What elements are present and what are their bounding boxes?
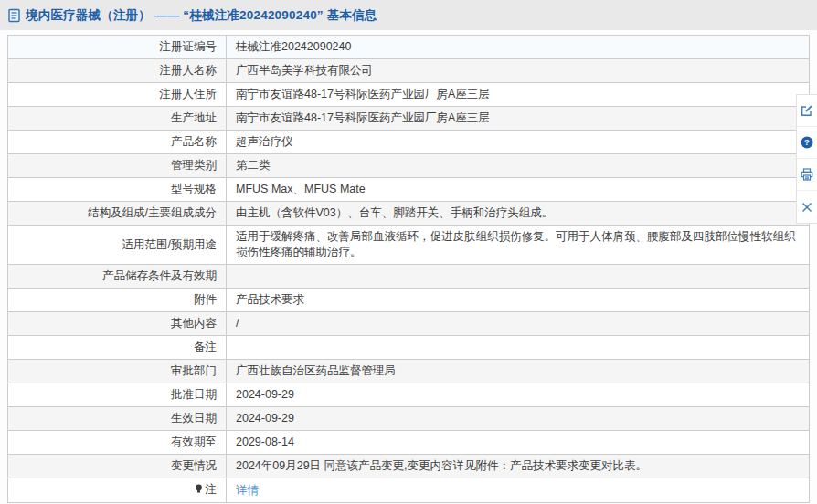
row-label: 结构及组成/主要组成成分 <box>88 206 217 219</box>
row-value-cell: 广西壮族自治区药品监督管理局 <box>227 360 810 383</box>
row-label-cell: 注册人住所 <box>8 83 227 107</box>
toolbar-button-edit[interactable] <box>797 95 817 127</box>
row-label-cell: 管理类别 <box>8 154 227 178</box>
row-label: 生产地址 <box>171 111 217 124</box>
table-row: 注册人住所 南宁市友谊路48-17号科际医药产业园厂房A座三层 <box>8 83 810 107</box>
table-row: 适用范围/预期用途 适用于缓解疼痛、改善局部血液循环，促进皮肤组织损伤修复。可用… <box>8 226 810 265</box>
row-value: 由主机（含软件V03）、台车、脚踏开关、手柄和治疗头组成。 <box>236 206 553 219</box>
row-value: 桂械注准20242090240 <box>236 40 351 53</box>
table-row: 备注 <box>8 336 810 360</box>
row-label-cell: 产品名称 <box>8 131 227 154</box>
table-row: 注册证编号 桂械注准20242090240 <box>8 36 810 59</box>
print-icon <box>801 168 813 181</box>
row-value-cell: 南宁市友谊路48-17号科际医药产业园厂房A座三层 <box>227 107 810 131</box>
row-value-cell: 2029-08-14 <box>227 431 810 455</box>
details-link[interactable]: 详情 <box>236 484 259 497</box>
row-value: 2024-09-29 <box>236 412 294 425</box>
side-toolbar: ? <box>796 94 817 224</box>
row-label-cell: 生产地址 <box>8 107 227 131</box>
row-label-cell: 产品储存条件及有效期 <box>8 265 227 289</box>
registration-info-table: 注册证编号 桂械注准20242090240 注册人名称 广西半岛美学科技有限公司… <box>7 35 810 503</box>
table-row: 注 详情 <box>8 478 810 503</box>
row-label-cell: 型号规格 <box>8 178 227 202</box>
row-value-cell: 2024年09月29日 同意该产品变更,变更内容详见附件：产品技术要求变更对比表… <box>227 455 810 478</box>
table-row: 管理类别 第二类 <box>8 154 810 178</box>
bulb-icon <box>195 483 203 499</box>
row-value-cell: 第二类 <box>227 154 810 178</box>
row-value: 南宁市友谊路48-17号科际医药产业园厂房A座三层 <box>236 111 490 124</box>
close-icon <box>801 202 812 213</box>
row-value: MFUS Max、MFUS Mate <box>236 183 366 195</box>
row-value-cell: 2024-09-29 <box>227 407 810 431</box>
row-label-cell: 批准日期 <box>8 383 227 407</box>
row-label: 批准日期 <box>171 388 217 401</box>
table-row: 有效期至 2029-08-14 <box>8 431 810 455</box>
row-value-cell: 超声治疗仪 <box>227 131 810 154</box>
row-label-cell: 生效日期 <box>8 407 227 431</box>
row-label: 型号规格 <box>171 183 217 195</box>
row-value-cell: 适用于缓解疼痛、改善局部血液循环，促进皮肤组织损伤修复。可用于人体肩颈、腰腹部及… <box>227 226 810 265</box>
row-label: 备注 <box>194 341 217 353</box>
table-row: 审批部门 广西壮族自治区药品监督管理局 <box>8 360 810 383</box>
row-value: 第二类 <box>236 159 271 172</box>
row-value: 南宁市友谊路48-17号科际医药产业园厂房A座三层 <box>236 88 490 100</box>
toolbar-button-help[interactable]: ? <box>797 127 817 159</box>
table-row: 结构及组成/主要组成成分 由主机（含软件V03）、台车、脚踏开关、手柄和治疗头组… <box>8 202 810 226</box>
row-value: 超声治疗仪 <box>236 135 293 148</box>
table-row: 注册人名称 广西半岛美学科技有限公司 <box>8 59 810 83</box>
table-row: 附件 产品技术要求 <box>8 289 810 312</box>
toolbar-button-close[interactable] <box>797 191 817 223</box>
page-title: 境内医疗器械（注册） —— “桂械注准20242090240” 基本信息 <box>26 7 377 24</box>
row-label-cell: 备注 <box>8 336 227 360</box>
row-value-cell: 产品技术要求 <box>227 289 810 312</box>
row-label: 注 <box>206 483 218 496</box>
row-value-cell: 2024-09-29 <box>227 383 810 407</box>
row-label-cell: 附件 <box>8 289 227 312</box>
edit-icon <box>801 104 813 117</box>
row-label-cell: 审批部门 <box>8 360 227 383</box>
row-label: 产品名称 <box>171 135 217 148</box>
row-value: / <box>236 317 239 330</box>
row-value-cell: 广西半岛美学科技有限公司 <box>227 59 810 83</box>
row-label: 附件 <box>194 293 217 306</box>
row-label: 注册人住所 <box>160 88 218 100</box>
row-label: 产品储存条件及有效期 <box>102 269 217 282</box>
row-label: 其他内容 <box>171 317 217 330</box>
table-row: 产品名称 超声治疗仪 <box>8 131 810 154</box>
row-value: 产品技术要求 <box>236 293 304 306</box>
row-label-cell: 变更情况 <box>8 455 227 478</box>
row-label-cell: 结构及组成/主要组成成分 <box>8 202 227 226</box>
row-label-cell: 其他内容 <box>8 312 227 336</box>
row-label: 变更情况 <box>171 459 217 472</box>
document-icon <box>7 8 21 23</box>
table-row: 生效日期 2024-09-29 <box>8 407 810 431</box>
row-value-cell: 详情 <box>227 478 810 503</box>
toolbar-button-print[interactable] <box>797 159 817 191</box>
table-row: 生产地址 南宁市友谊路48-17号科际医药产业园厂房A座三层 <box>8 107 810 131</box>
row-value: 广西半岛美学科技有限公司 <box>236 64 373 77</box>
table-row: 型号规格 MFUS Max、MFUS Mate <box>8 178 810 202</box>
row-label: 注册证编号 <box>160 40 218 53</box>
row-value: 适用于缓解疼痛、改善局部血液循环，促进皮肤组织损伤修复。可用于人体肩颈、腰腹部及… <box>236 230 796 258</box>
row-label: 生效日期 <box>171 412 217 425</box>
page-header: 境内医疗器械（注册） —— “桂械注准20242090240” 基本信息 <box>0 0 817 30</box>
row-label-cell: 有效期至 <box>8 431 227 455</box>
row-value-cell <box>227 265 810 289</box>
row-label: 注册人名称 <box>160 64 218 77</box>
table-row: 批准日期 2024-09-29 <box>8 383 810 407</box>
row-label: 审批部门 <box>171 364 217 377</box>
row-label-cell: 注 <box>8 478 227 503</box>
row-value: 2029-08-14 <box>236 436 294 448</box>
row-label: 有效期至 <box>171 436 217 448</box>
row-label: 适用范围/预期用途 <box>122 238 217 251</box>
row-value-cell: 由主机（含软件V03）、台车、脚踏开关、手柄和治疗头组成。 <box>227 202 810 226</box>
row-label-cell: 适用范围/预期用途 <box>8 226 227 265</box>
row-value-cell: MFUS Max、MFUS Mate <box>227 178 810 202</box>
row-value-cell: 南宁市友谊路48-17号科际医药产业园厂房A座三层 <box>227 83 810 107</box>
help-icon: ? <box>801 136 813 149</box>
row-value: 广西壮族自治区药品监督管理局 <box>236 364 396 377</box>
table-row: 其他内容 / <box>8 312 810 336</box>
row-label-cell: 注册人名称 <box>8 59 227 83</box>
table-row: 变更情况 2024年09月29日 同意该产品变更,变更内容详见附件：产品技术要求… <box>8 455 810 478</box>
row-value: 2024年09月29日 同意该产品变更,变更内容详见附件：产品技术要求变更对比表… <box>236 459 647 472</box>
